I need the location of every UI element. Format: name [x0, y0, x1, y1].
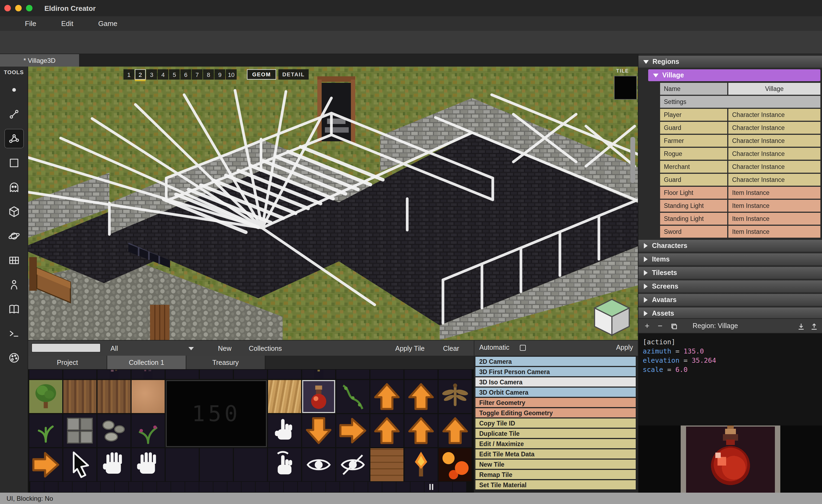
section-screens[interactable]: Screens [639, 281, 822, 292]
property-value-cell[interactable]: Character Instance [728, 135, 820, 147]
picker-tab-collection-1[interactable]: Collection 1 [107, 356, 186, 369]
property-value-cell[interactable]: Character Instance [728, 109, 820, 121]
property-label-cell[interactable]: Guard [660, 122, 727, 134]
strip-tile-dark[interactable] [439, 482, 452, 492]
strip-tile-g2[interactable] [143, 482, 156, 492]
vertex-tool-button[interactable] [4, 129, 24, 148]
tile-arrow-up[interactable] [439, 414, 472, 447]
picker-tab-project[interactable]: Project [28, 356, 107, 369]
region-village-row[interactable]: Village [648, 69, 820, 81]
layer-9-button[interactable]: 9 [215, 69, 225, 80]
layer-4-button[interactable]: 4 [157, 69, 168, 80]
tile-tiles2[interactable] [63, 414, 96, 447]
property-label-cell[interactable]: Merchant [660, 161, 727, 173]
strip-tile-g1[interactable] [157, 482, 170, 492]
strip-tile-g4[interactable] [284, 482, 297, 492]
property-value-cell[interactable]: Item Instance [728, 200, 820, 212]
minimize-window-button[interactable] [15, 5, 22, 11]
cube-tool-button[interactable] [4, 202, 24, 221]
apply-button[interactable]: Apply [616, 344, 633, 351]
property-label-cell[interactable]: Rogue [660, 148, 727, 160]
detail-mode-button[interactable]: DETAIL [278, 69, 309, 80]
import-region-button[interactable] [795, 323, 806, 333]
layer-10-button[interactable]: 10 [226, 69, 237, 80]
tile-arrow-up[interactable] [370, 380, 403, 413]
menu-file[interactable]: File [25, 19, 36, 28]
menu-game[interactable]: Game [98, 19, 117, 28]
tile-dark[interactable] [166, 448, 199, 481]
tile-hand-open[interactable] [97, 448, 130, 481]
close-window-button[interactable] [4, 5, 11, 11]
strip-tile-g2[interactable] [326, 482, 340, 492]
tilemap-tool-button[interactable] [4, 250, 24, 270]
strip-tile-dark[interactable] [453, 482, 466, 492]
clear-button[interactable]: Clear [436, 343, 466, 354]
tile-potion[interactable] [302, 380, 335, 413]
geom-mode-button[interactable]: GEOM [247, 69, 276, 80]
tile-arrow-up[interactable] [370, 414, 403, 447]
strip-tile-g3[interactable] [312, 482, 326, 492]
strip-tile-g3[interactable] [171, 482, 185, 492]
strip-tile-g1[interactable] [298, 482, 311, 492]
tile-arrow-down[interactable] [302, 414, 335, 447]
strip-tile-g2[interactable] [382, 482, 396, 492]
tile-scrapB[interactable] [131, 370, 164, 379]
tile-bark[interactable] [97, 380, 130, 413]
property-value-cell[interactable]: Character Instance [728, 161, 820, 173]
strip-tile-g2[interactable] [58, 482, 72, 492]
property-value-cell[interactable]: Item Instance [728, 213, 820, 225]
strip-tile-g1[interactable] [368, 482, 382, 492]
tile-planks[interactable] [370, 448, 403, 481]
tile-eye-x[interactable] [336, 448, 369, 481]
property-value-cell[interactable]: Character Instance [728, 122, 820, 134]
section-avatars[interactable]: Avatars [639, 294, 822, 306]
strip-tile-g2[interactable] [228, 482, 241, 492]
context-item-3d-orbit-camera[interactable]: 3D Orbit Camera [475, 388, 636, 397]
tile-dark[interactable] [29, 370, 62, 379]
tile-straw[interactable] [268, 380, 301, 413]
context-item-set-tile-material[interactable]: Set Tile Material [475, 480, 636, 489]
layer-6-button[interactable]: 6 [180, 69, 191, 80]
context-item-new-tile[interactable]: New Tile [475, 460, 636, 469]
ghost-tool-button[interactable] [4, 177, 24, 197]
tile-arrow-right[interactable] [336, 414, 369, 447]
palette-tool-button[interactable] [4, 348, 24, 368]
property-value-cell[interactable]: Item Instance [728, 226, 820, 237]
tile-arrow-up[interactable] [405, 380, 438, 413]
orbit-tool-button[interactable] [4, 226, 24, 246]
layer-5-button[interactable]: 5 [169, 69, 180, 80]
layer-7-button[interactable]: 7 [192, 69, 202, 80]
code-editor[interactable]: [action]azimuth = 135.0elevation = 35.26… [639, 334, 822, 426]
tile-scrapC[interactable] [302, 370, 335, 379]
tile-arrow-up[interactable] [405, 414, 438, 447]
strip-tile-g1[interactable] [73, 482, 86, 492]
strip-tile-g1[interactable] [214, 482, 227, 492]
property-label-cell[interactable]: Farmer [660, 135, 727, 147]
tile-cursor[interactable] [63, 448, 96, 481]
strip-tile-dark[interactable] [354, 482, 368, 492]
tile-scrapA[interactable] [97, 370, 130, 379]
strip-tile-g3[interactable] [242, 482, 255, 492]
property-value-cell[interactable]: Character Instance [728, 148, 820, 160]
property-label-cell[interactable]: Floor Light [660, 187, 727, 199]
tile-tree[interactable] [29, 380, 62, 413]
strip-tile-dark[interactable] [410, 482, 424, 492]
strip-tile-g1[interactable] [44, 482, 58, 492]
tile-dark[interactable] [370, 370, 403, 379]
tab-village3d[interactable]: * Village3D [0, 54, 79, 67]
tile-hand-touch[interactable] [268, 448, 301, 481]
tile-plant2[interactable] [131, 414, 164, 447]
strip-tile-g1[interactable] [115, 482, 128, 492]
section-items[interactable]: Items [639, 254, 822, 265]
remove-region-button[interactable]: − [655, 321, 666, 330]
tile-dark[interactable] [234, 448, 267, 481]
tile-lava[interactable] [439, 448, 472, 481]
property-label-cell[interactable]: Standing Light [660, 200, 727, 212]
context-item-3d-first-person-camera[interactable]: 3D First Person Camera [475, 367, 636, 376]
tile-dragonfly[interactable] [439, 380, 472, 413]
counter-display-tile[interactable]: 150 [166, 380, 267, 447]
tile-search-input[interactable] [31, 343, 101, 353]
section-assets[interactable]: Assets [639, 308, 822, 320]
context-item-copy-tile-id[interactable]: Copy Tile ID [475, 419, 636, 428]
tile-dark[interactable] [268, 370, 301, 379]
